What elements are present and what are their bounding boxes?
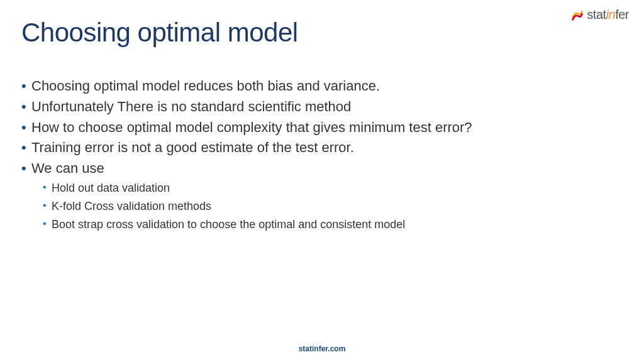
logo-part-in: in <box>606 8 616 21</box>
content-area: Choosing optimal model reduces both bias… <box>21 77 623 234</box>
bullet-item: Training error is not a good estimate of… <box>21 138 623 158</box>
logo-text: statinfer <box>587 8 629 22</box>
main-bullet-list: Choosing optimal model reduces both bias… <box>21 77 623 233</box>
sub-bullet-item: K-fold Cross validation methods <box>31 198 623 215</box>
bullet-item: Choosing optimal model reduces both bias… <box>21 77 623 96</box>
slide-title: Choosing optimal model <box>21 18 298 48</box>
bullet-item: We can use Hold out data validation K-fo… <box>21 159 623 233</box>
sub-bullet-list: Hold out data validation K-fold Cross va… <box>31 180 623 233</box>
bullet-text: We can use <box>31 160 104 176</box>
logo-icon <box>570 8 584 22</box>
bullet-item: How to choose optimal model complexity t… <box>21 118 623 138</box>
bullet-item: Unfortunately There is no standard scien… <box>21 97 623 117</box>
sub-bullet-item: Boot strap cross validation to choose th… <box>31 216 623 233</box>
sub-bullet-item: Hold out data validation <box>31 180 623 197</box>
brand-logo: statinfer <box>570 8 629 22</box>
logo-part-stat: stat <box>587 8 606 21</box>
logo-part-fer: fer <box>615 8 629 21</box>
footer-text: statinfer.com <box>0 344 644 353</box>
